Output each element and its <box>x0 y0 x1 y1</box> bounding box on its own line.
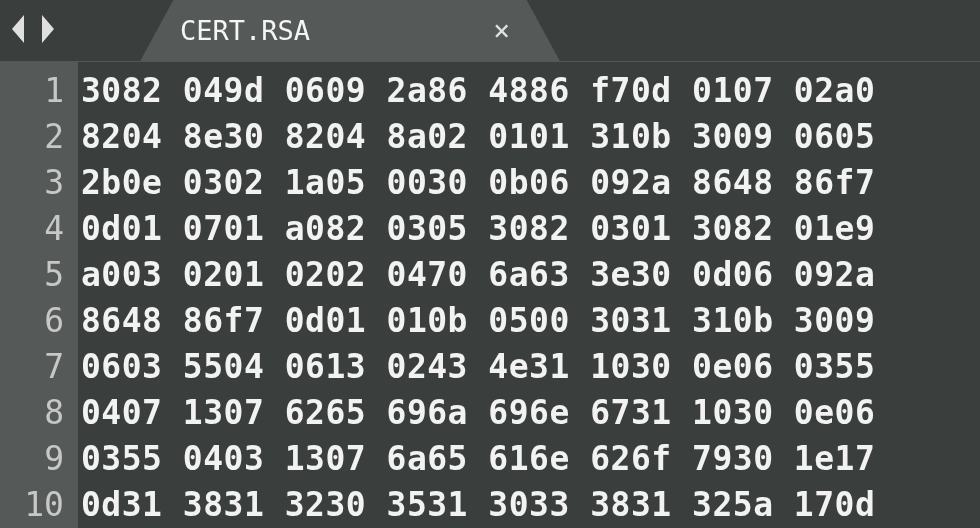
line-number: 9 <box>0 436 78 482</box>
close-icon[interactable]: × <box>463 17 530 45</box>
line-number: 6 <box>0 298 78 344</box>
tab-bar: CERT.RSA × <box>0 0 980 62</box>
line-number: 4 <box>0 206 78 252</box>
code-line: 0603 5504 0613 0243 4e31 1030 0e06 0355 <box>78 344 980 390</box>
code-line: 0d01 0701 a082 0305 3082 0301 3082 01e9 <box>78 206 980 252</box>
chevron-left-icon[interactable] <box>6 11 32 51</box>
line-number: 5 <box>0 252 78 298</box>
code-line: 0355 0403 1307 6a65 616e 626f 7930 1e17 <box>78 436 980 482</box>
line-number: 10 <box>0 482 78 528</box>
editor: 12345678910 3082 049d 0609 2a86 4886 f70… <box>0 62 980 528</box>
code-area[interactable]: 3082 049d 0609 2a86 4886 f70d 0107 02a08… <box>78 62 980 528</box>
code-line: 0d31 3831 3230 3531 3033 3831 325a 170d <box>78 482 980 528</box>
nav-arrows <box>0 11 70 51</box>
code-line: a003 0201 0202 0470 6a63 3e30 0d06 092a <box>78 252 980 298</box>
code-line: 0407 1307 6265 696a 696e 6731 1030 0e06 <box>78 390 980 436</box>
chevron-right-icon[interactable] <box>34 11 60 51</box>
line-number: 8 <box>0 390 78 436</box>
tab-title: CERT.RSA <box>170 15 463 46</box>
code-line: 3082 049d 0609 2a86 4886 f70d 0107 02a0 <box>78 68 980 114</box>
line-number: 2 <box>0 114 78 160</box>
code-line: 8204 8e30 8204 8a02 0101 310b 3009 0605 <box>78 114 980 160</box>
line-number: 1 <box>0 68 78 114</box>
line-number: 7 <box>0 344 78 390</box>
code-line: 2b0e 0302 1a05 0030 0b06 092a 8648 86f7 <box>78 160 980 206</box>
file-tab[interactable]: CERT.RSA × <box>140 0 560 62</box>
line-number: 3 <box>0 160 78 206</box>
line-number-gutter: 12345678910 <box>0 62 78 528</box>
code-line: 8648 86f7 0d01 010b 0500 3031 310b 3009 <box>78 298 980 344</box>
